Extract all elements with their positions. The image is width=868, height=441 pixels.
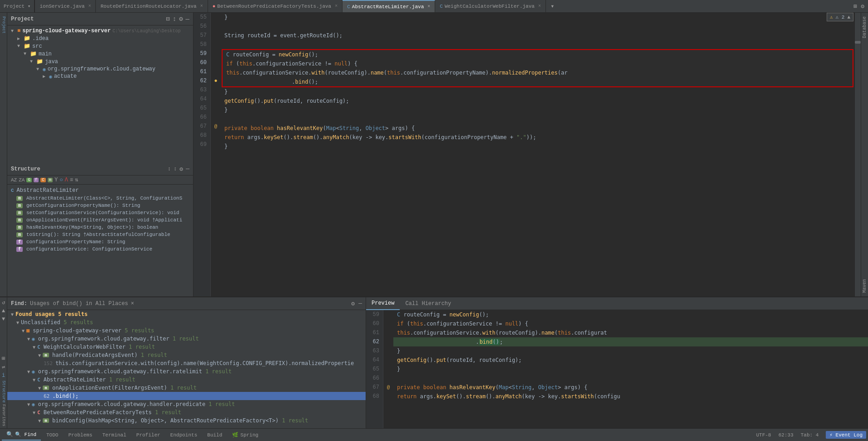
filter-lines-icon[interactable]: ≡: [70, 177, 73, 183]
line-152-result[interactable]: 152 this.configurationService.with(confi…: [7, 359, 366, 367]
build-tab-button[interactable]: Build: [203, 430, 227, 441]
preview-tab[interactable]: Preview: [366, 297, 400, 310]
filter-o-icon[interactable]: ○: [60, 177, 63, 183]
tree-item-actuate[interactable]: ▶ ◉ actuate: [7, 73, 193, 80]
server-group[interactable]: ▼ ■ spring-cloud-gateway-server 5 result…: [7, 326, 366, 335]
filter-package-group[interactable]: ▼ ◉ org.springframework.cloud.gateway.fi…: [7, 335, 366, 343]
warning-up-icon[interactable]: ▲: [847, 15, 850, 20]
find-collapse-icon[interactable]: —: [358, 300, 362, 307]
tree-item-idea[interactable]: ▶ 📁 .idea: [7, 35, 193, 42]
handle-method-item[interactable]: ▼ m handle(PredicateArgsEvent) 1 result: [7, 351, 366, 359]
tab-project[interactable]: Project ▾: [0, 0, 35, 13]
find-settings-icon[interactable]: ⚙: [351, 300, 355, 307]
struct-item-onappevent[interactable]: m onApplicationEvent(FilterArgsEvent): v…: [7, 216, 193, 224]
sort-alpha-icon[interactable]: ↕: [168, 166, 171, 172]
unclassified-group[interactable]: ▼ Unclassified 5 results: [7, 318, 366, 326]
project-tab[interactable]: Project: [1, 15, 6, 35]
filter-m-button[interactable]: m: [48, 178, 53, 182]
struct-item-constructor[interactable]: m AbstractRateLimiter(Class<C>, String, …: [7, 195, 193, 202]
close-icon[interactable]: ×: [200, 4, 203, 9]
refresh-icon[interactable]: ↺: [2, 299, 5, 306]
tab-weightcalculator[interactable]: C WeightCalculatorWebFilter.java ×: [435, 0, 546, 13]
expand-icon: ▼: [38, 386, 41, 391]
struct-item-hasrelevant[interactable]: m hasRelevantKey(Map<String, Object>): b…: [7, 224, 193, 231]
tab-abstractratelimiter[interactable]: C AbstractRateLimiter.java ×: [342, 0, 435, 13]
struct-item-getconfig[interactable]: m getConfigurationPropertyName(): String: [7, 202, 193, 209]
abstract-class-item[interactable]: ▼ C AbstractRateLimiter 1 result: [7, 376, 366, 384]
struct-item-field-propname[interactable]: f configurationPropertyName: String: [7, 238, 193, 246]
line-57: 57: [193, 31, 210, 40]
hide-icon[interactable]: —: [186, 15, 189, 23]
find-result-header: ▼ Found usages 5 results: [7, 310, 366, 318]
filter-g-button[interactable]: G: [26, 178, 31, 182]
sort-az-icon[interactable]: AZ: [11, 177, 17, 183]
split-editor-button[interactable]: ⊞: [853, 3, 857, 10]
spring-icon: 🌿: [232, 432, 238, 438]
find-tab-button[interactable]: 🔍 🔍 Find: [2, 430, 41, 441]
event-log-button[interactable]: ⚡ Event Log: [826, 431, 866, 439]
struct-item-field-service[interactable]: f configurationService: ConfigurationSer…: [7, 246, 193, 253]
settings-button[interactable]: ⚙: [861, 3, 864, 10]
maven-tab[interactable]: Maven: [861, 276, 868, 296]
tab-ionservice[interactable]: ionService.java ×: [35, 0, 96, 13]
hide-icon[interactable]: —: [186, 165, 189, 172]
right-scrollbar[interactable]: [854, 13, 861, 296]
close-icon[interactable]: ×: [427, 4, 430, 9]
structure-label[interactable]: Structure: [1, 381, 6, 403]
profiler-tab-button[interactable]: Profiler: [132, 430, 165, 441]
problems-tab-button[interactable]: Problems: [64, 430, 97, 441]
weight-class-item[interactable]: ▼ C WeightCalculatorWebFilter 1 result: [7, 343, 366, 351]
package-icon: ◉: [49, 74, 52, 80]
filter-y-icon[interactable]: Y: [55, 177, 58, 183]
filter-c-button[interactable]: C: [40, 178, 45, 182]
bindconfig-method-item[interactable]: ▼ m bindConfig(HashMap<String, Object>, …: [7, 416, 366, 425]
expand-icon: ▼: [16, 320, 19, 325]
close-icon[interactable]: ×: [538, 4, 541, 9]
between-class-item[interactable]: ▼ C BetweenRoutePredicateFactoryTests 1 …: [7, 408, 366, 416]
close-icon[interactable]: ×: [335, 4, 337, 9]
tree-item-main[interactable]: ▼ 📁 main: [7, 50, 193, 58]
pin-icon[interactable]: i: [2, 372, 5, 379]
tab-betweenroute[interactable]: ● BetweenRoutePredicateFactoryTests.java…: [208, 0, 342, 13]
find-close-button[interactable]: ×: [131, 301, 134, 307]
todo-tab-button[interactable]: TODO: [42, 430, 63, 441]
endpoints-tab-button[interactable]: Endpoints: [166, 430, 202, 441]
close-icon[interactable]: ×: [88, 4, 91, 9]
group-icon[interactable]: ⊞: [2, 355, 5, 362]
up-icon[interactable]: ▲: [2, 308, 5, 314]
code-lines-top[interactable]: } String routeId = event.getRouteId(); C…: [221, 13, 854, 296]
spring-tab-button[interactable]: 🌿 Spring: [228, 430, 263, 441]
tree-item-root[interactable]: ▼ ■ spring-cloud-gateway-server C:\Users…: [7, 27, 193, 35]
sort-za-icon[interactable]: ZA: [19, 177, 25, 183]
settings-icon[interactable]: ⚙: [179, 165, 183, 173]
filter-x-icon[interactable]: Λ: [64, 177, 68, 183]
find-actions: ⚙ —: [351, 300, 362, 307]
tree-item-package[interactable]: ▼ ◉ org.springframework.cloud.gateway: [7, 65, 193, 73]
tree-java-label: java: [45, 59, 58, 65]
favorites-label[interactable]: Favorites: [1, 404, 6, 426]
call-hierarchy-tab[interactable]: Call Hierarchy: [400, 297, 456, 310]
predicate-package-group[interactable]: ▼ ◉ org.springframework.cloud.gateway.ha…: [7, 400, 366, 408]
struct-item-class[interactable]: C AbstractRateLimiter: [7, 186, 193, 195]
struct-item-setconfig[interactable]: m setConfigurationService(ConfigurationS…: [7, 209, 193, 216]
tree-item-src[interactable]: ▼ 📁 src: [7, 42, 193, 50]
sort-icon[interactable]: ↕: [173, 15, 176, 23]
filter-f-button[interactable]: f: [34, 178, 39, 182]
sort-type-icon[interactable]: ↕: [174, 166, 177, 172]
tree-item-java[interactable]: ▼ 📁 java: [7, 58, 193, 65]
ratelimit-package-group[interactable]: ▼ ◉ org.springframework.cloud.gateway.fi…: [7, 367, 366, 376]
down-icon[interactable]: ▼: [2, 316, 5, 322]
terminal-tab-button[interactable]: Terminal: [98, 430, 131, 441]
bottom-code-lines[interactable]: C routeConfig = newConfig(); if (this.co…: [393, 310, 868, 428]
collapse-all-icon[interactable]: ⊟: [166, 15, 169, 23]
onappevent-method-item[interactable]: ▼ m onApplicationEvent(FilterArgsEvent) …: [7, 384, 366, 392]
folder-icon: 📁: [24, 35, 30, 42]
tab-routedefinition[interactable]: RouteDefinitionRouteLocator.java ×: [96, 0, 208, 13]
database-tab[interactable]: Database: [861, 13, 868, 42]
line-62-result[interactable]: 62 .bind();: [7, 392, 366, 400]
gear-icon[interactable]: ⚙: [179, 15, 183, 23]
more-tabs-button[interactable]: ▾: [548, 2, 557, 10]
struct-item-tostring[interactable]: m toString(): String †AbstractStatefulCo…: [7, 231, 193, 238]
filter-icon[interactable]: ⇌: [2, 364, 5, 371]
filter-arrows-icon[interactable]: ⇅: [75, 176, 78, 183]
